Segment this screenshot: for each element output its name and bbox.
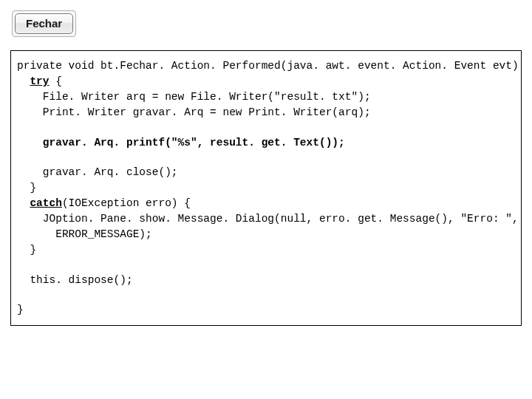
close-button[interactable]: Fechar	[15, 13, 73, 34]
code-line-5-bold: gravar. Arq. printf("%s", result. get. T…	[17, 137, 345, 149]
button-container: Fechar	[12, 10, 76, 37]
code-line-3: File. Writer arq = new File. Writer("res…	[17, 91, 371, 103]
code-line-6: gravar. Arq. close();	[17, 166, 178, 178]
try-keyword: try	[30, 75, 49, 87]
code-line-13: }	[17, 304, 24, 316]
code-line-8b: (IOException erro) {	[62, 197, 191, 209]
blank-line-4	[17, 288, 515, 303]
code-line-2b: {	[50, 75, 62, 87]
code-line-11: }	[17, 244, 36, 256]
code-snippet: private void bt.Fechar. Action. Performe…	[10, 50, 522, 326]
code-line-9: JOption. Pane. show. Message. Dialog(nul…	[17, 213, 519, 225]
code-line-4: Print. Writer gravar. Arq = new Print. W…	[17, 106, 371, 118]
code-line-7: }	[17, 182, 36, 194]
blank-line-1	[17, 120, 515, 135]
code-line-1: private void bt.Fechar. Action. Performe…	[17, 60, 522, 72]
catch-keyword: catch	[30, 197, 62, 209]
blank-line-2	[17, 151, 515, 166]
blank-line-3	[17, 258, 515, 273]
code-line-10: ERROR_MESSAGE);	[17, 228, 152, 240]
code-line-12: this. dispose();	[17, 274, 133, 286]
